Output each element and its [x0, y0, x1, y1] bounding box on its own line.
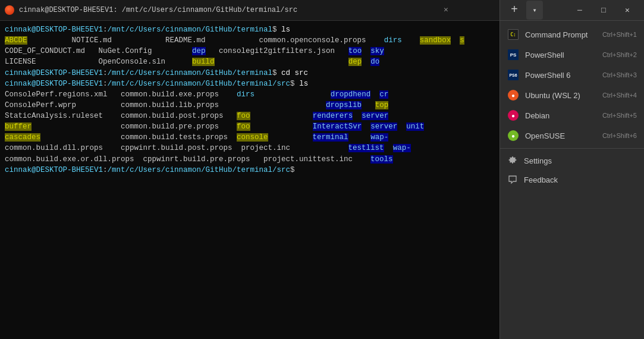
powershell6-icon: PS6 [507, 69, 519, 81]
title-bar: cinnak@DESKTOP-BHE5EV1: /mnt/c/Users/cin… [0, 0, 500, 21]
menu-shortcut-opensuse: Ctrl+Shift+6 [602, 132, 637, 139]
terminal-icon [5, 5, 14, 15]
menu-shortcut-powershell6: Ctrl+Shift+3 [602, 71, 637, 79]
close-icon: ✕ [625, 5, 630, 15]
terminal-line-10: buffer common.build.pre.props foo Intera… [5, 121, 495, 132]
minimize-button[interactable]: ─ [568, 0, 592, 21]
terminal-line-5: cinnak@DESKTOP-BHE5EV1:/mnt/c/Users/cinn… [5, 68, 495, 79]
menu-shortcut-ubuntu: Ctrl+Shift+4 [602, 92, 637, 99]
terminal-line-9: StaticAnalysis.ruleset common.build.post… [5, 111, 495, 121]
menu-shortcut-debian: Ctrl+Shift+5 [602, 112, 637, 119]
terminal-line-11: cascades common.build.tests.props consol… [5, 132, 495, 143]
dropdown-header: + ▾ ─ □ ✕ [500, 0, 644, 21]
new-tab-button[interactable]: + [505, 1, 524, 20]
menu-item-powershell6[interactable]: PS6 PowerShell 6 Ctrl+Shift+3 [500, 65, 644, 85]
menu-shortcut-powershell: Ctrl+Shift+2 [602, 51, 637, 58]
terminal-window: cinnak@DESKTOP-BHE5EV1: /mnt/c/Users/cin… [0, 0, 500, 339]
menu-label-opensuse: OpenSUSE [525, 131, 596, 140]
minimize-icon: ─ [577, 6, 582, 15]
terminal-line-14: cinnak@DESKTOP-BHE5EV1:/mnt/c/Users/cinn… [5, 165, 495, 175]
menu-label-settings: Settings [524, 156, 637, 165]
menu-item-cmd[interactable]: C: Command Prompt Ctrl+Shift+1 [500, 24, 644, 45]
close-button[interactable]: ✕ [615, 0, 639, 21]
menu-label-ubuntu: Ubuntu (WSL 2) [525, 91, 596, 100]
menu-label-cmd: Command Prompt [525, 30, 596, 39]
terminal-line-2: ABCDE NOTICE.md README.md common.opencon… [5, 35, 495, 46]
dropdown-panel: + ▾ ─ □ ✕ C: Command Prompt Ctrl+Shift+1 [500, 0, 644, 339]
opensuse-icon: ● [507, 130, 519, 142]
chevron-down-icon: ▾ [532, 6, 536, 15]
ubuntu-icon: ● [507, 89, 519, 101]
feedback-icon [507, 174, 518, 185]
terminal-line-1: cinnak@DESKTOP-BHE5EV1:/mnt/c/Users/cinn… [5, 24, 495, 35]
terminal-line-8: ConsolePerf.wprp common.build.lib.props … [5, 100, 495, 111]
menu-item-ubuntu[interactable]: ● Ubuntu (WSL 2) Ctrl+Shift+4 [500, 85, 644, 105]
tab-close-button[interactable]: ✕ [440, 4, 452, 17]
menu-divider [500, 148, 644, 149]
menu-label-powershell: PowerShell [525, 51, 596, 59]
menu-item-feedback[interactable]: Feedback [500, 170, 644, 189]
menu-label-feedback: Feedback [524, 175, 637, 184]
plus-icon: + [511, 4, 518, 16]
window-controls: ─ □ ✕ [568, 0, 639, 21]
settings-icon [507, 155, 518, 166]
maximize-button[interactable]: □ [592, 0, 615, 21]
debian-icon: ● [507, 109, 519, 121]
dropdown-arrow-button[interactable]: ▾ [526, 1, 543, 20]
terminal-line-3: CODE_OF_CONDUCT.md NuGet.Config dep cons… [5, 46, 495, 56]
cmd-icon: C: [507, 29, 519, 40]
menu-item-settings[interactable]: Settings [500, 151, 644, 170]
terminal-line-6: cinnak@DESKTOP-BHE5EV1:/mnt/c/Users/cinn… [5, 79, 495, 89]
menu-label-debian: Debian [525, 111, 596, 120]
menu-list: C: Command Prompt Ctrl+Shift+1 PS PowerS… [500, 21, 644, 339]
terminal-line-13: common.build.exe.or.dll.props cppwinrt.b… [5, 154, 495, 165]
maximize-icon: □ [601, 6, 606, 15]
terminal-line-12: common.build.dll.props cppwinrt.build.po… [5, 143, 495, 153]
menu-item-debian[interactable]: ● Debian Ctrl+Shift+5 [500, 105, 644, 125]
menu-item-opensuse[interactable]: ● OpenSUSE Ctrl+Shift+6 [500, 125, 644, 146]
terminal-content: cinnak@DESKTOP-BHE5EV1:/mnt/c/Users/cinn… [0, 21, 500, 179]
tab-title: cinnak@DESKTOP-BHE5EV1: /mnt/c/Users/cin… [19, 5, 435, 15]
menu-label-powershell6: PowerShell 6 [525, 71, 596, 80]
menu-item-powershell[interactable]: PS PowerShell Ctrl+Shift+2 [500, 45, 644, 65]
terminal-line-4: LICENSE OpenConsole.sln build dep do [5, 56, 495, 67]
powershell-icon: PS [507, 49, 519, 61]
terminal-line-7: ConsolePerf.regions.xml common.build.exe… [5, 89, 495, 100]
menu-shortcut-cmd: Ctrl+Shift+1 [602, 31, 637, 38]
